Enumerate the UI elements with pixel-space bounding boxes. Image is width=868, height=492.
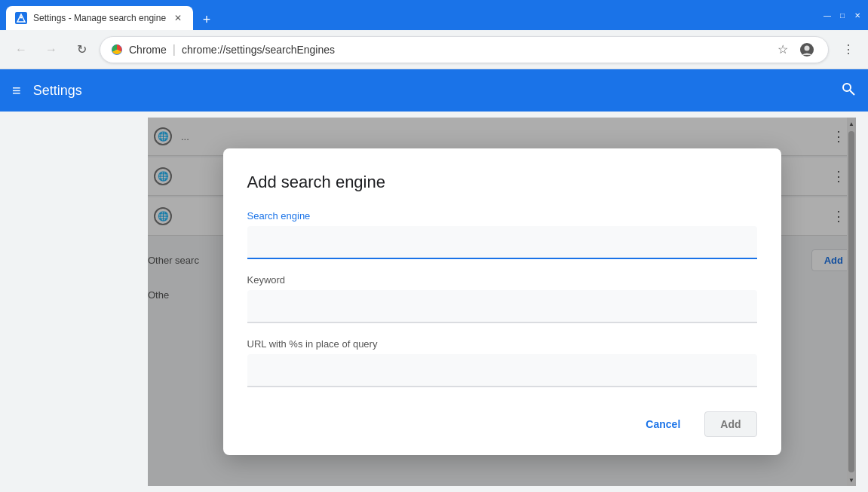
chrome-logo-icon — [111, 44, 123, 56]
address-right-icons: ☆ — [772, 39, 817, 60]
more-menu-icon[interactable]: ⋮ — [838, 39, 859, 60]
url-label: URL with %s in place of query — [247, 338, 757, 350]
settings-title: Settings — [33, 83, 82, 99]
back-button[interactable]: ← — [9, 38, 33, 62]
keyword-label: Keyword — [247, 274, 757, 286]
svg-point-5 — [805, 45, 810, 50]
new-tab-button[interactable]: + — [196, 9, 217, 30]
cancel-button[interactable]: Cancel — [630, 411, 695, 437]
address-bar[interactable]: Chrome | chrome://settings/searchEngines… — [100, 36, 829, 63]
settings-sidebar — [12, 118, 148, 486]
browser-name-label: Chrome — [129, 44, 167, 56]
settings-content: 🌐 ... ⋮ 🌐 ⋮ 🌐 ⋮ Other searc Add — [0, 112, 868, 492]
browser-window: Settings - Manage search engine ✕ + — □ … — [0, 0, 868, 492]
search-engine-label: Search engine — [247, 210, 757, 222]
svg-point-6 — [843, 84, 851, 91]
url-input[interactable] — [247, 354, 757, 387]
bookmark-icon[interactable]: ☆ — [772, 39, 793, 60]
settings-menu-icon[interactable]: ≡ — [12, 82, 21, 99]
address-bar-row: ← → ↻ Chrome | chrome://settings/searchE… — [0, 30, 868, 69]
maximize-button[interactable]: □ — [838, 11, 847, 20]
dialog-actions: Cancel Add — [247, 411, 757, 437]
dialog-title: Add search engine — [247, 173, 757, 192]
add-search-engine-dialog: Add search engine Search engine Keyword … — [223, 148, 781, 455]
tab-title: Settings - Manage search engine — [33, 13, 166, 23]
settings-search-icon[interactable] — [841, 81, 856, 99]
close-window-button[interactable]: ✕ — [853, 11, 862, 20]
modal-overlay: Add search engine Search engine Keyword … — [148, 118, 856, 486]
active-tab[interactable]: Settings - Manage search engine ✕ — [6, 6, 193, 30]
minimize-button[interactable]: — — [823, 11, 832, 20]
address-separator: | — [173, 43, 176, 57]
settings-header: ≡ Settings — [0, 69, 868, 112]
url-text: chrome://settings/searchEngines — [182, 44, 335, 56]
forward-button[interactable]: → — [39, 38, 63, 62]
svg-line-7 — [850, 90, 854, 95]
tab-favicon — [15, 12, 27, 24]
tab-close-button[interactable]: ✕ — [172, 12, 184, 24]
window-controls: — □ ✕ — [823, 11, 862, 20]
keyword-input[interactable] — [247, 290, 757, 323]
add-button[interactable]: Add — [704, 411, 756, 437]
tab-strip: Settings - Manage search engine ✕ + — [6, 0, 820, 30]
refresh-button[interactable]: ↻ — [69, 38, 94, 62]
toolbar-icons: ⋮ — [838, 39, 859, 60]
settings-background: ≡ Settings 🌐 ... ⋮ 🌐 — [0, 69, 868, 492]
search-engine-input[interactable] — [247, 226, 757, 259]
svg-point-1 — [20, 17, 23, 19]
title-bar: Settings - Manage search engine ✕ + — □ … — [0, 0, 868, 30]
settings-main: 🌐 ... ⋮ 🌐 ⋮ 🌐 ⋮ Other searc Add — [148, 118, 856, 486]
profile-icon[interactable] — [796, 39, 817, 60]
